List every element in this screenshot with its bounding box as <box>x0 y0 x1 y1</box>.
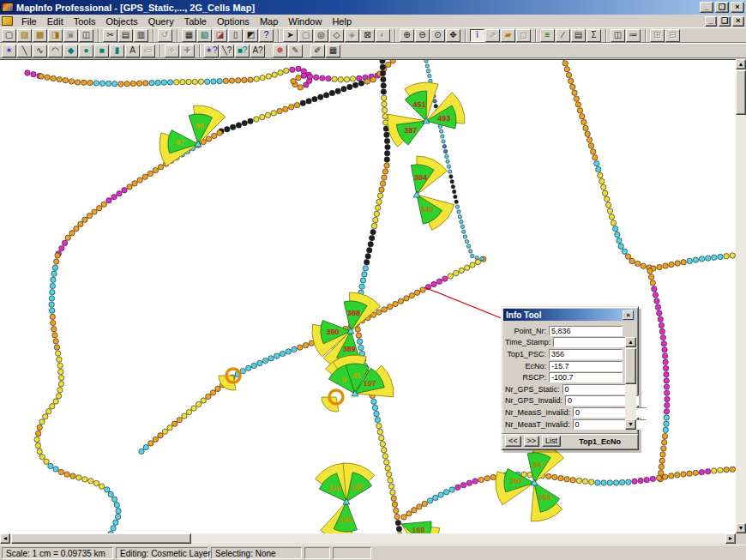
menu-item-file[interactable]: File <box>16 15 42 27</box>
child-close-button[interactable]: × <box>732 16 744 27</box>
select-button[interactable]: ➤ <box>283 29 298 42</box>
custom-tool-2-button[interactable]: ✎ <box>288 45 303 57</box>
label-button[interactable]: ▰ <box>501 29 515 42</box>
info-field-input[interactable]: -15.7 <box>549 361 623 371</box>
clip-region-onoff-button[interactable]: ⊟ <box>665 29 680 42</box>
status-scale[interactable]: Scale: 1 cm = 0.09735 km <box>2 547 113 559</box>
assign-selected-button[interactable]: ≔ <box>626 29 641 42</box>
print-button[interactable]: ◫ <box>79 29 93 42</box>
horizontal-scrollbar[interactable]: ◄ ► <box>0 533 736 544</box>
info-field-input[interactable]: 356 <box>549 349 623 359</box>
ruler-button[interactable]: ∕ <box>556 29 570 42</box>
maximize-button[interactable]: ❑ <box>715 2 729 13</box>
symbol-style-button[interactable]: ✶? <box>204 45 219 57</box>
cut-button[interactable]: ✂ <box>103 29 117 42</box>
statistics-button[interactable]: Σ <box>587 29 601 42</box>
save-table-button[interactable]: ▣ <box>63 29 78 42</box>
radius-select-button[interactable]: ◎ <box>314 29 328 42</box>
info-field-input[interactable]: -100.7 <box>549 372 623 382</box>
boundary-select-button[interactable]: ◈ <box>345 29 359 42</box>
undo-button[interactable]: ↺ <box>158 29 172 42</box>
paste-button[interactable]: ▥ <box>134 29 148 42</box>
child-restore-button[interactable]: ❑ <box>719 16 731 27</box>
pan-button[interactable]: ✥ <box>446 29 460 42</box>
text-tool-button[interactable]: A <box>125 45 140 57</box>
region-style-button[interactable]: ■? <box>235 45 250 57</box>
zoom-out-button[interactable]: ⊖ <box>415 29 430 42</box>
change-zoom-button[interactable]: ⊙ <box>430 29 445 42</box>
hotlink-button[interactable]: ⇗ <box>485 29 500 42</box>
custom-tool-1-button[interactable]: ✵ <box>273 45 287 57</box>
set-target-district-button[interactable]: ◫ <box>611 29 625 42</box>
copy-button[interactable]: ▤ <box>118 29 133 42</box>
info-tool-close-icon[interactable]: × <box>623 310 634 320</box>
status-editing[interactable]: Editing: Cosmetic Layer <box>116 547 208 559</box>
new-mapper-button[interactable]: ▧ <box>197 29 212 42</box>
menu-item-table[interactable]: Table <box>179 15 212 27</box>
unselect-all-button[interactable]: ⊠ <box>360 29 375 42</box>
menu-item-tools[interactable]: Tools <box>69 15 101 27</box>
arc-tool-button[interactable]: ◠ <box>48 45 63 57</box>
new-redistricter-button[interactable]: ◩ <box>244 29 258 42</box>
info-tool-window[interactable]: Info Tool × Point_Nr:5,836Time_Stamp:Top… <box>501 306 639 450</box>
polygon-tool-button[interactable]: ◆ <box>63 45 78 57</box>
reshape-button[interactable]: ✧ <box>165 45 179 57</box>
open-dbms-button[interactable]: ◨ <box>48 29 63 42</box>
info-prev-button[interactable]: << <box>505 436 521 447</box>
scroll-down-icon[interactable]: ▼ <box>736 523 746 533</box>
marquee-select-button[interactable]: ▢ <box>298 29 313 42</box>
invert-selection-button[interactable]: ◐ <box>376 29 390 42</box>
text-style-button[interactable]: A? <box>250 45 265 57</box>
layer-control-button[interactable]: ≡ <box>540 29 555 42</box>
vertical-scrollbar[interactable]: ▲ ▼ <box>736 59 746 533</box>
symbol-tool-button[interactable]: ✶ <box>2 45 16 57</box>
menu-item-options[interactable]: Options <box>212 15 255 27</box>
menu-item-objects[interactable]: Objects <box>100 15 142 27</box>
ellipse-tool-button[interactable]: ● <box>79 45 93 57</box>
legend-button[interactable]: ▤ <box>571 29 586 42</box>
menu-item-edit[interactable]: Edit <box>42 15 69 27</box>
zoom-in-button[interactable]: ⊕ <box>400 29 414 42</box>
scroll-right-icon[interactable]: ► <box>725 533 736 544</box>
status-selecting[interactable]: Selecting: None <box>211 547 302 559</box>
close-button[interactable]: × <box>731 2 744 13</box>
info-field-input[interactable]: 5,836 <box>549 326 623 336</box>
custom-tool-4-button[interactable]: ▦ <box>326 45 340 57</box>
map-canvas[interactable]: 9997451493387304340388390389941107110140… <box>0 60 736 533</box>
vertical-scrollbar-thumb[interactable] <box>736 70 746 115</box>
info-tool-title-bar[interactable]: Info Tool × <box>503 309 636 321</box>
help-pointer-button[interactable]: ? <box>259 29 274 42</box>
line-style-button[interactable]: ╲? <box>220 45 234 57</box>
new-table-button[interactable]: ▢ <box>2 29 16 42</box>
rectangle-tool-button[interactable]: ■ <box>94 45 109 57</box>
frame-tool-button[interactable]: ▭ <box>141 45 155 57</box>
menu-item-help[interactable]: Help <box>327 15 357 27</box>
horizontal-scrollbar-thumb[interactable] <box>11 533 191 544</box>
scrollbar-thumb[interactable] <box>625 348 636 384</box>
new-grapher-button[interactable]: ◪ <box>213 29 227 42</box>
info-tool-button[interactable]: i <box>470 29 484 42</box>
child-minimize-button[interactable]: _ <box>705 16 717 27</box>
custom-tool-3-button[interactable]: ✐ <box>310 45 325 57</box>
add-node-button[interactable]: ✚ <box>180 45 195 57</box>
info-list-button[interactable]: List <box>542 436 561 447</box>
new-browser-button[interactable]: ▦ <box>182 29 196 42</box>
info-next-button[interactable]: >> <box>524 436 540 447</box>
info-table-selector[interactable]: Top1_EcNo <box>579 437 623 446</box>
scroll-left-icon[interactable]: ◄ <box>0 533 10 544</box>
new-layout-button[interactable]: ▯ <box>228 29 243 42</box>
rounded-rectangle-tool-button[interactable]: ▮ <box>110 45 124 57</box>
polyline-tool-button[interactable]: ∿ <box>33 45 47 57</box>
scroll-down-icon[interactable]: ▼ <box>625 419 636 430</box>
line-tool-button[interactable]: ╲ <box>17 45 32 57</box>
menu-item-query[interactable]: Query <box>143 15 179 27</box>
open-workspace-button[interactable]: ▩ <box>33 29 47 42</box>
menu-item-map[interactable]: Map <box>255 15 283 27</box>
info-tool-scrollbar[interactable]: ▲ ▼ <box>625 337 636 430</box>
clip-region-button[interactable]: ⊞ <box>650 29 665 42</box>
drag-map-window-button[interactable]: ◻ <box>516 29 531 42</box>
scroll-up-icon[interactable]: ▲ <box>625 337 636 347</box>
minimize-button[interactable]: _ <box>700 2 713 13</box>
open-table-button[interactable]: ▨ <box>17 29 32 42</box>
scroll-up-icon[interactable]: ▲ <box>736 59 746 69</box>
